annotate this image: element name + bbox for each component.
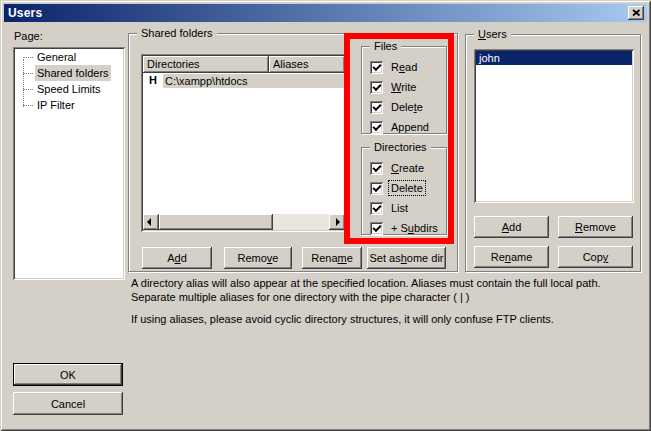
ok-button[interactable]: OK bbox=[13, 363, 123, 386]
checkbox-dirs-delete[interactable]: Delete bbox=[370, 181, 425, 195]
page-tree: General Shared folders Speed Limits IP F… bbox=[13, 47, 125, 280]
files-group-label: Files bbox=[370, 39, 401, 53]
alias-help-text: A directory alias will also appear at th… bbox=[131, 276, 638, 334]
alias-note: A directory alias will also appear at th… bbox=[131, 276, 638, 304]
directory-cell: C:\xampp\htdocs bbox=[163, 74, 345, 88]
home-marker: H bbox=[143, 73, 163, 88]
copy-user-button[interactable]: Copy bbox=[558, 246, 633, 268]
tree-item-ip-filter[interactable]: IP Filter bbox=[15, 97, 123, 113]
checkbox-dirs-subdirs[interactable]: + Subdirs bbox=[370, 221, 440, 235]
page-label: Page: bbox=[14, 30, 43, 42]
directories-group-label: Directories bbox=[370, 140, 431, 154]
checkbox-dirs-list[interactable]: List bbox=[370, 201, 410, 215]
scroll-right-icon[interactable] bbox=[329, 214, 345, 230]
remove-user-button[interactable]: Remove bbox=[558, 216, 633, 238]
checkbox-dirs-create[interactable]: Create bbox=[370, 161, 426, 175]
users-group: Users john Add Remove Rename Copy bbox=[465, 34, 641, 272]
add-folder-button[interactable]: Add bbox=[142, 247, 212, 269]
checkbox-files-append[interactable]: Append bbox=[370, 120, 431, 134]
checkbox-icon[interactable] bbox=[370, 202, 383, 215]
column-header-aliases[interactable]: Aliases bbox=[269, 56, 345, 73]
add-user-button[interactable]: Add bbox=[474, 216, 549, 238]
checkbox-icon[interactable] bbox=[370, 61, 383, 74]
checkbox-files-read[interactable]: Read bbox=[370, 60, 419, 74]
users-dialog: Users Page: General Shared folders Speed… bbox=[0, 0, 651, 431]
column-header-directories[interactable]: Directories bbox=[143, 56, 269, 73]
cancel-button[interactable]: Cancel bbox=[13, 392, 123, 415]
checkbox-icon[interactable] bbox=[370, 81, 383, 94]
checkbox-icon[interactable] bbox=[370, 121, 383, 134]
shared-folders-group-label: Shared folders bbox=[137, 26, 217, 40]
users-listbox[interactable]: john bbox=[474, 49, 634, 203]
cyclic-note: If using aliases, please avoid cyclic di… bbox=[131, 312, 638, 326]
set-as-home-dir-button[interactable]: Set as home dir bbox=[367, 247, 446, 269]
checkbox-icon[interactable] bbox=[370, 101, 383, 114]
scrollbar-thumb[interactable] bbox=[159, 214, 273, 230]
checkbox-icon[interactable] bbox=[370, 182, 383, 195]
directories-permissions-group: Directories Create Delete List + Subdirs bbox=[361, 147, 447, 235]
window-title: Users bbox=[8, 6, 42, 20]
users-group-label: Users bbox=[474, 27, 511, 41]
tree-item-general[interactable]: General bbox=[15, 49, 123, 65]
files-permissions-group: Files Read Write Delete Append bbox=[361, 46, 447, 134]
list-item-user[interactable]: john bbox=[476, 51, 632, 65]
listview-header: Directories Aliases bbox=[143, 56, 345, 73]
checkbox-files-delete[interactable]: Delete bbox=[370, 100, 425, 114]
horizontal-scrollbar[interactable] bbox=[143, 214, 345, 230]
remove-folder-button[interactable]: Remove bbox=[224, 247, 292, 269]
checkbox-icon[interactable] bbox=[370, 162, 383, 175]
close-icon bbox=[632, 9, 641, 17]
close-button[interactable] bbox=[628, 6, 644, 20]
table-row[interactable]: H C:\xampp\htdocs bbox=[143, 73, 345, 88]
checkbox-icon[interactable] bbox=[370, 222, 383, 235]
scroll-left-icon[interactable] bbox=[143, 214, 159, 230]
tree-item-shared-folders[interactable]: Shared folders bbox=[15, 65, 123, 81]
scrollbar-track[interactable] bbox=[273, 214, 329, 230]
checkbox-files-write[interactable]: Write bbox=[370, 80, 418, 94]
rename-folder-button[interactable]: Rename bbox=[302, 247, 362, 269]
shared-folders-listview: Directories Aliases H C:\xampp\htdocs bbox=[141, 54, 347, 232]
shared-folders-group: Shared folders Directories Aliases H C:\… bbox=[128, 33, 458, 272]
rename-user-button[interactable]: Rename bbox=[474, 246, 549, 268]
title-bar[interactable]: Users bbox=[4, 4, 647, 22]
tree-item-speed-limits[interactable]: Speed Limits bbox=[15, 81, 123, 97]
